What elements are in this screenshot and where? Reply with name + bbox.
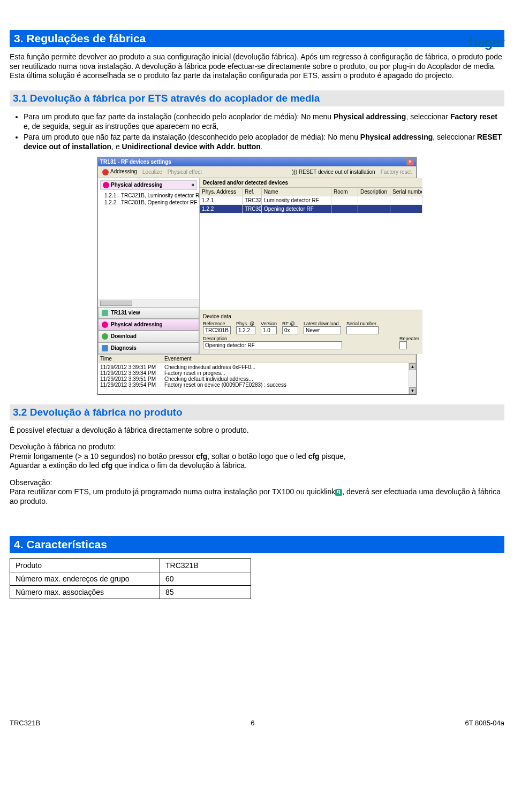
field-description[interactable]: Opening detector RF [203,341,342,349]
table-row[interactable]: 1.2.1 TRC321B Luminosity detector RF [200,196,422,205]
toolbar-localize[interactable]: Localize [142,169,162,175]
collapse-icon[interactable]: « [191,182,194,188]
panel-phys-addr-title: Physical addressing [111,182,163,188]
page-footer: TRC321B 6 6T 8085-04a [0,717,514,729]
sidebar-physical-addressing[interactable]: Physical addressing [98,319,199,331]
device-table-header: Phys. Address Ref. Name Room Description… [200,188,422,196]
list-item: Para um produto que não faz parte da ins… [24,132,504,151]
tree-item[interactable]: 1.2.1 - TRC321B, Luminosity detector R [100,192,197,199]
field-latest-download[interactable]: Never [304,326,341,334]
section-4-title: 4. Características [10,536,504,553]
field-reference[interactable]: TRC301B [203,326,231,334]
brand-logo: :hager [467,34,504,51]
list-item: Para um produto que faz parte da instala… [24,112,504,131]
field-serial[interactable] [346,326,379,334]
sidebar-diagnosis[interactable]: Diagnosis [98,342,199,354]
section-3-2-title: 3.2 Devolução à fábrica no produto [10,404,504,420]
section-3-1-title: 3.1 Devolução à fábrica por ETS através … [10,90,504,106]
device-data-title: Device data [203,313,419,319]
table-row[interactable]: 1.2.2 TRC301B Opening detector RF [200,205,422,213]
toolbar-physical-effect[interactable]: Physical effect [168,169,202,175]
footer-page-number: 6 [251,719,254,727]
toolbar-factory-reset[interactable]: Factory reset [381,169,412,175]
log-body: 11/29/2012 3:39:31 PMChecking individual… [98,363,416,394]
vertical-scrollbar[interactable]: ▲▼ [409,363,416,394]
footer-left: TRC321B [10,719,40,727]
quicklink-icon [335,489,342,496]
section-3-1-list: Para um produto que faz parte da instala… [10,112,504,152]
section-3-2-intro: É possível efectuar a devolução à fábric… [10,426,504,435]
sidebar-tr131-view[interactable]: TR131 view [98,307,199,319]
declared-devices-header: Declared and/or detected devices [200,178,422,188]
embedded-screenshot: TR131 - RF devices settings × Addressing… [97,157,417,394]
section-3-2-steps: Devolução à fábrica no produto: Premir l… [10,442,504,471]
field-rf-addr[interactable]: 0x [282,326,298,334]
log-header-time: Time [98,355,162,363]
section-3-2-observation: Observação: Para reutilizar com ETS, um … [10,478,504,507]
characteristics-table: ProdutoTRC321B Número max. endereços de … [10,558,251,599]
section-3-title: 3. Regulações de fábrica [10,30,504,47]
toolbar-addressing[interactable]: Addressing [102,168,137,175]
sidebar-download[interactable]: Download [98,331,199,342]
tree-item[interactable]: 1.2.2 - TRC301B, Opening detector RF [100,199,197,206]
footer-doc-ref: 6T 8085-04a [465,719,505,727]
close-icon[interactable]: × [406,158,414,165]
repeater-checkbox[interactable] [399,341,407,349]
section-3-intro: Esta função permite devolver ao produto … [10,52,504,81]
window-title: TR131 - RF devices settings [100,159,171,165]
horizontal-scrollbar[interactable] [98,300,199,307]
toolbar-reset-out[interactable]: ))) RESET device out of installation [292,169,375,175]
field-phys-addr[interactable]: 1.2.2 [236,326,255,334]
log-header-event: Evenement [162,355,416,363]
field-version[interactable]: 1.0 [261,326,277,334]
